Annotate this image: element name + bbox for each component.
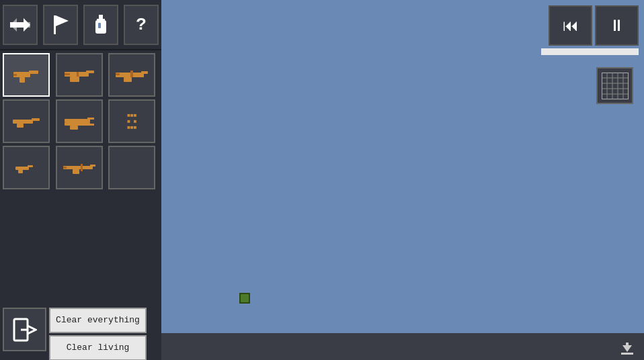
rewind-icon: ⏮	[563, 16, 579, 36]
svg-rect-37	[81, 164, 83, 171]
svg-rect-7	[98, 23, 101, 28]
swap-button[interactable]	[3, 5, 38, 45]
svg-rect-32	[18, 170, 23, 173]
smg2-icon	[10, 111, 42, 132]
bottle-button[interactable]	[83, 5, 118, 45]
svg-rect-9	[29, 71, 38, 74]
svg-rect-16	[77, 72, 79, 77]
grid-item-3[interactable]	[108, 53, 155, 97]
download-icon	[620, 341, 635, 356]
svg-rect-31	[28, 165, 33, 167]
bottle-icon	[94, 15, 108, 35]
top-toolbar: ?	[0, 0, 161, 50]
svg-rect-13	[86, 71, 94, 73]
grid-item-9[interactable]	[108, 146, 155, 189]
svg-rect-42	[621, 353, 633, 355]
smg-icon	[63, 65, 95, 85]
svg-rect-23	[32, 118, 40, 121]
sniper-icon	[63, 158, 95, 178]
grid-icon	[602, 73, 629, 99]
svg-rect-27	[87, 118, 94, 120]
svg-rect-18	[141, 71, 148, 74]
svg-rect-22	[13, 120, 33, 124]
clear-menu: Clear everything Clear living	[49, 308, 147, 360]
svg-rect-29	[70, 126, 78, 130]
svg-rect-36	[63, 167, 67, 169]
clear-everything-button[interactable]: Clear everything	[49, 308, 147, 333]
speed-bar[interactable]	[541, 48, 639, 55]
shotgun-icon	[63, 111, 95, 132]
swap-icon	[10, 17, 30, 33]
grid-item-6[interactable]: ■■■■ ■■■■	[108, 99, 155, 143]
svg-rect-11	[13, 74, 17, 76]
tiny-gun-icon	[10, 158, 42, 178]
question-button[interactable]: ?	[124, 5, 159, 45]
grid-item-8[interactable]	[56, 146, 103, 189]
speed-bar-container	[541, 48, 639, 55]
grid-item-2[interactable]	[56, 53, 103, 97]
game-object	[239, 293, 250, 304]
pistol-icon	[10, 65, 42, 85]
grid-toggle-button[interactable]	[596, 67, 633, 104]
svg-rect-5	[97, 19, 105, 20]
svg-rect-10	[19, 77, 25, 83]
svg-rect-25	[65, 119, 90, 122]
svg-rect-33	[63, 166, 93, 169]
rewind-button[interactable]: ⏮	[549, 5, 592, 46]
clear-living-button[interactable]: Clear living	[49, 335, 147, 360]
svg-rect-15	[65, 73, 70, 75]
text-item-icon: ■■■■ ■■■■	[127, 112, 136, 130]
svg-marker-1	[10, 18, 30, 32]
flag-icon	[52, 15, 69, 34]
svg-rect-30	[15, 167, 29, 170]
svg-rect-17	[116, 73, 144, 77]
grid-item-4[interactable]	[3, 99, 50, 143]
pause-icon: ⏸	[609, 16, 625, 36]
rifle-icon	[116, 65, 148, 85]
svg-rect-4	[99, 15, 103, 19]
exit-icon	[13, 318, 37, 342]
grid-item-5[interactable]	[56, 99, 103, 143]
grid-item-7[interactable]	[3, 146, 50, 189]
exit-button[interactable]	[3, 308, 46, 351]
svg-rect-21	[130, 71, 133, 77]
svg-rect-20	[116, 73, 120, 75]
svg-rect-26	[65, 122, 90, 126]
svg-rect-2	[54, 15, 56, 34]
grid-item-1[interactable]	[3, 53, 50, 97]
svg-rect-43	[602, 73, 629, 99]
top-right-controls: ⏮ ⏸	[543, 0, 644, 51]
svg-rect-41	[626, 343, 629, 348]
sidebar: ?	[0, 0, 161, 360]
svg-rect-34	[90, 165, 95, 167]
flag-button[interactable]	[43, 5, 78, 45]
svg-rect-19	[124, 77, 132, 82]
svg-rect-35	[73, 169, 79, 174]
svg-rect-24	[17, 124, 24, 128]
pause-button[interactable]: ⏸	[595, 5, 639, 46]
item-grid: ■■■■ ■■■■	[0, 50, 161, 192]
download-button[interactable]	[617, 339, 637, 359]
bottom-bar	[161, 333, 644, 360]
question-icon: ?	[136, 15, 147, 35]
bottom-left-area: Clear everything Clear living	[0, 300, 161, 360]
svg-rect-14	[70, 77, 79, 82]
svg-marker-3	[56, 15, 69, 26]
svg-rect-28	[87, 124, 94, 126]
